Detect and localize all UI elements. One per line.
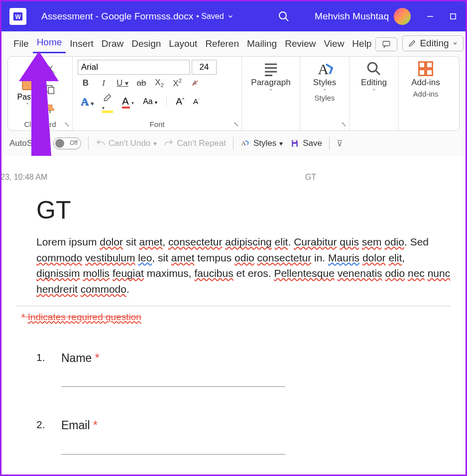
save-qat-label: Save — [303, 138, 322, 148]
question-number: 2. — [36, 417, 61, 455]
svg-rect-6 — [383, 41, 390, 46]
ribbon: Paste Clipboard ⤡ B I U ▾ ab X2 — [7, 56, 460, 131]
undo-label: Can't Undo — [109, 138, 151, 148]
font-dialog-launcher[interactable]: ⤡ — [234, 120, 239, 128]
question-label: Email * — [61, 417, 451, 434]
copy-button[interactable] — [45, 84, 56, 95]
question-2[interactable]: 2. Email * — [36, 417, 451, 455]
paragraph-button[interactable]: Paragraph — [247, 60, 295, 92]
undo-button[interactable]: Can't Undo ▾ — [96, 138, 157, 148]
document-area[interactable]: 23, 10:48 AM GT GT Lorem ipsum dolor sit… — [1, 156, 466, 475]
menu-draw[interactable]: Draw — [98, 35, 127, 53]
save-status[interactable]: • Saved — [196, 12, 234, 21]
menu-design[interactable]: Design — [127, 35, 165, 53]
required-star: * — [95, 352, 100, 364]
paragraph-label: Paragraph — [251, 78, 290, 88]
text-effects-button[interactable]: A ▾ — [81, 95, 93, 108]
font-name-select[interactable] — [78, 60, 190, 75]
answer-line[interactable] — [61, 454, 285, 455]
styles-icon: A — [240, 138, 250, 148]
minimize-button[interactable] — [426, 12, 435, 21]
styles-qat-button[interactable]: A Styles ▾ — [240, 138, 283, 148]
font-color-button[interactable]: A ▾ — [122, 96, 134, 107]
ribbon-group-addins: Add-ins Add-ins — [399, 57, 453, 130]
cut-button[interactable] — [45, 64, 56, 75]
addins-label: Add-ins — [411, 78, 440, 88]
italic-button[interactable]: I — [99, 78, 109, 88]
clipboard-dialog-launcher[interactable]: ⤡ — [64, 120, 70, 128]
search-button[interactable] — [278, 10, 290, 22]
autosave-toggle[interactable]: Off — [53, 137, 81, 149]
svg-point-2 — [279, 12, 286, 19]
underline-button[interactable]: U ▾ — [117, 78, 128, 88]
styles-button[interactable]: A Styles — [305, 60, 344, 92]
menu-help[interactable]: Help — [348, 35, 375, 53]
redo-button[interactable]: Can't Repeat — [164, 138, 226, 148]
menu-mailings[interactable]: Mailing — [243, 35, 281, 53]
menu-layout[interactable]: Layout — [165, 35, 201, 53]
doc-heading[interactable]: GT — [36, 192, 451, 229]
font-group-label: Font — [78, 118, 236, 128]
menu-file[interactable]: File — [9, 35, 33, 53]
styles-group-label: Styles — [305, 92, 344, 102]
maximize-button[interactable] — [449, 12, 458, 21]
search-icon — [278, 10, 290, 22]
chevron-down-icon — [227, 13, 234, 20]
page-header-left: 23, 10:48 AM — [1, 173, 47, 182]
pencil-icon — [408, 39, 417, 48]
comments-button[interactable] — [375, 37, 397, 51]
ribbon-group-styles: A Styles Styles ⤡ — [300, 57, 350, 130]
menu-view[interactable]: View — [320, 35, 349, 53]
user-avatar[interactable] — [394, 8, 411, 25]
menubar: File Home Insert Draw Design Layout Refe… — [1, 31, 466, 53]
svg-rect-8 — [24, 73, 30, 77]
autosave-label: AutoSave — [9, 138, 46, 148]
required-note[interactable]: * Indicates required question — [21, 310, 451, 325]
styles-dialog-launcher[interactable]: ⤡ — [341, 120, 347, 128]
menu-home[interactable]: Home — [33, 34, 66, 53]
strikethrough-button[interactable]: ab — [136, 78, 146, 88]
editing-mode-label: Editing — [420, 38, 449, 49]
chevron-down-icon — [371, 88, 376, 92]
required-star: * — [93, 419, 98, 432]
paste-icon — [18, 73, 36, 93]
save-icon — [290, 138, 300, 148]
editing-button[interactable]: Editing — [354, 60, 393, 92]
shrink-font-button[interactable]: Aˇ — [193, 97, 200, 106]
document-title[interactable]: Assessment - Google Formsss.docx — [41, 11, 193, 22]
svg-rect-24 — [419, 70, 425, 76]
bold-button[interactable]: B — [81, 78, 91, 88]
question-number: 1. — [36, 350, 61, 387]
subscript-button[interactable]: X2 — [154, 78, 164, 88]
highlight-button[interactable]: ▾ — [102, 92, 113, 112]
save-qat-button[interactable]: Save — [290, 138, 322, 148]
clear-formatting-button[interactable]: A — [190, 78, 200, 88]
editing-mode-button[interactable]: Editing — [402, 35, 463, 51]
chevron-down-icon — [25, 102, 30, 106]
format-painter-button[interactable] — [45, 103, 56, 114]
ribbon-group-editing: Editing — [350, 57, 399, 130]
svg-rect-7 — [22, 75, 32, 90]
svg-rect-5 — [451, 14, 456, 19]
undo-icon — [96, 138, 106, 148]
svg-text:A: A — [318, 61, 329, 77]
answer-line[interactable] — [61, 386, 285, 387]
qat-customize-button[interactable]: ⊽ — [337, 138, 343, 149]
menu-review[interactable]: Review — [281, 35, 320, 53]
grow-font-button[interactable]: A^ — [176, 96, 184, 107]
paste-button[interactable]: Paste — [13, 60, 42, 118]
font-size-select[interactable] — [192, 60, 217, 75]
question-1[interactable]: 1. Name * — [36, 350, 451, 387]
menu-insert[interactable]: Insert — [66, 35, 98, 53]
svg-rect-12 — [48, 87, 54, 94]
change-case-button[interactable]: Aa ▾ — [143, 97, 157, 106]
addins-group-label: Add-ins — [404, 88, 448, 98]
doc-paragraph[interactable]: Lorem ipsum dolor sit amet, consectetur … — [36, 234, 451, 297]
menu-references[interactable]: Referen — [201, 35, 243, 53]
superscript-button[interactable]: X2 — [172, 78, 182, 89]
svg-rect-25 — [427, 70, 433, 76]
addins-button[interactable]: Add-ins — [404, 60, 448, 88]
word-app-icon[interactable]: W — [9, 8, 26, 25]
user-name[interactable]: Mehvish Mushtaq — [315, 11, 389, 22]
paste-label: Paste — [17, 93, 38, 102]
